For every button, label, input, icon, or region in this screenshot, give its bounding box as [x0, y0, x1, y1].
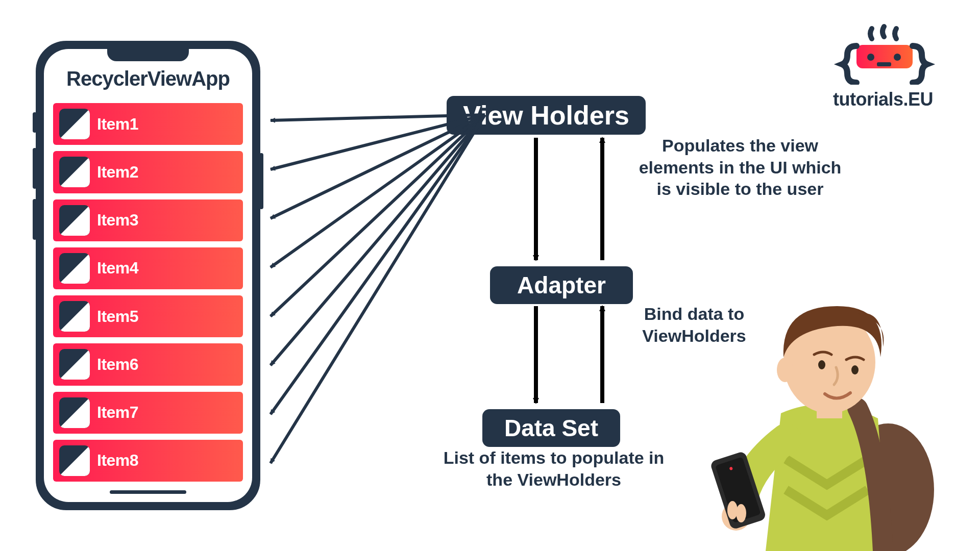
- svg-line-6: [271, 115, 485, 414]
- item-thumbnail-icon: [59, 109, 90, 139]
- list-item[interactable]: Item4: [53, 247, 243, 289]
- node-view-holders: View Holders: [447, 96, 646, 135]
- phone-button-mute: [33, 112, 37, 133]
- node-data-set: Data Set: [482, 409, 620, 447]
- list-item[interactable]: Item6: [53, 343, 243, 385]
- phone-button-voldn: [33, 199, 37, 240]
- item-thumbnail-icon: [59, 349, 90, 380]
- node-adapter: Adapter: [490, 266, 633, 304]
- list-item[interactable]: Item5: [53, 295, 243, 337]
- svg-line-4: [271, 115, 485, 316]
- caption-data-set: List of items to populate in the ViewHol…: [439, 447, 669, 490]
- svg-point-20: [818, 360, 825, 369]
- brand-logo: tutorials.EU: [827, 23, 939, 110]
- list-item[interactable]: Item1: [53, 103, 243, 145]
- svg-point-21: [851, 365, 859, 374]
- recycler-list: Item1 Item2 Item3 Item4 Item5: [53, 103, 243, 482]
- item-thumbnail-icon: [59, 397, 90, 428]
- character-illustration: [704, 286, 949, 551]
- caption-view-holders: Populates the view elements in the UI wh…: [630, 135, 850, 200]
- phone-button-power: [259, 153, 263, 209]
- phone-button-volup: [33, 148, 37, 189]
- svg-line-5: [271, 115, 485, 365]
- item-label: Item8: [97, 451, 138, 470]
- item-label: Item4: [97, 259, 138, 278]
- list-item[interactable]: Item3: [53, 199, 243, 241]
- item-label: Item7: [97, 403, 138, 422]
- svg-rect-15: [877, 62, 891, 66]
- app-title: RecyclerViewApp: [44, 67, 252, 90]
- svg-point-27: [736, 504, 746, 522]
- svg-line-7: [271, 115, 485, 463]
- phone-home-indicator: [110, 490, 186, 494]
- phone-mockup: RecyclerViewApp Item1 Item2 Item3 Ite: [36, 41, 260, 510]
- svg-point-19: [777, 358, 793, 382]
- item-thumbnail-icon: [59, 253, 90, 284]
- list-item[interactable]: Item7: [53, 392, 243, 434]
- svg-point-13: [867, 54, 874, 61]
- phone-notch: [107, 49, 189, 61]
- logo-text: tutorials.EU: [827, 89, 939, 110]
- svg-point-26: [727, 501, 738, 519]
- list-item[interactable]: Item2: [53, 151, 243, 193]
- item-thumbnail-icon: [59, 157, 90, 187]
- list-item[interactable]: Item8: [53, 440, 243, 482]
- item-label: Item2: [97, 163, 138, 182]
- item-label: Item1: [97, 115, 138, 134]
- logo-icon: [827, 23, 939, 85]
- item-label: Item5: [97, 307, 138, 326]
- item-label: Item6: [97, 355, 138, 374]
- svg-point-14: [894, 54, 901, 61]
- item-thumbnail-icon: [59, 205, 90, 236]
- item-thumbnail-icon: [59, 445, 90, 476]
- svg-line-3: [271, 115, 485, 267]
- item-thumbnail-icon: [59, 301, 90, 332]
- item-label: Item3: [97, 211, 138, 230]
